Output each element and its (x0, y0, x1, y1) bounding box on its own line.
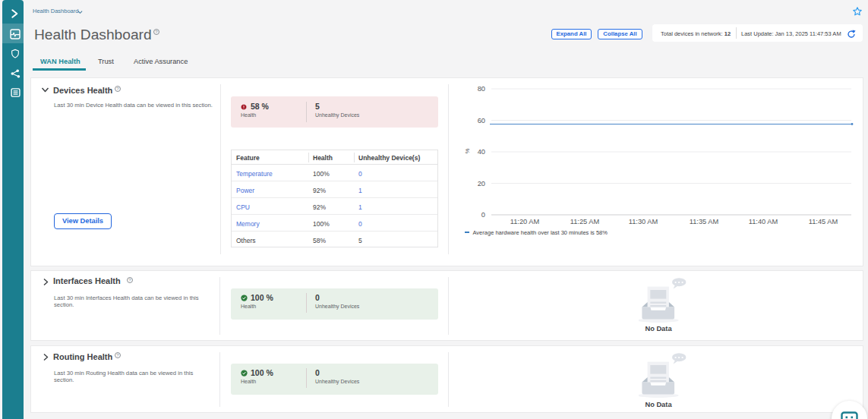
svg-text:40: 40 (478, 148, 485, 156)
svg-text:Average hardware health over l: Average hardware health over last 30 min… (473, 229, 608, 236)
svg-text:11:20 AM: 11:20 AM (510, 218, 540, 225)
svg-text:11:35 AM: 11:35 AM (690, 218, 719, 225)
svg-text:11:45 AM: 11:45 AM (809, 218, 838, 225)
svg-text:0: 0 (481, 211, 485, 219)
svg-text:11:25 AM: 11:25 AM (570, 218, 600, 225)
svg-text:%: % (464, 148, 471, 153)
svg-text:80: 80 (478, 85, 485, 93)
svg-text:20: 20 (478, 180, 485, 187)
svg-text:11:40 AM: 11:40 AM (749, 218, 778, 225)
svg-text:60: 60 (478, 117, 485, 124)
svg-text:11:30 AM: 11:30 AM (629, 218, 658, 225)
